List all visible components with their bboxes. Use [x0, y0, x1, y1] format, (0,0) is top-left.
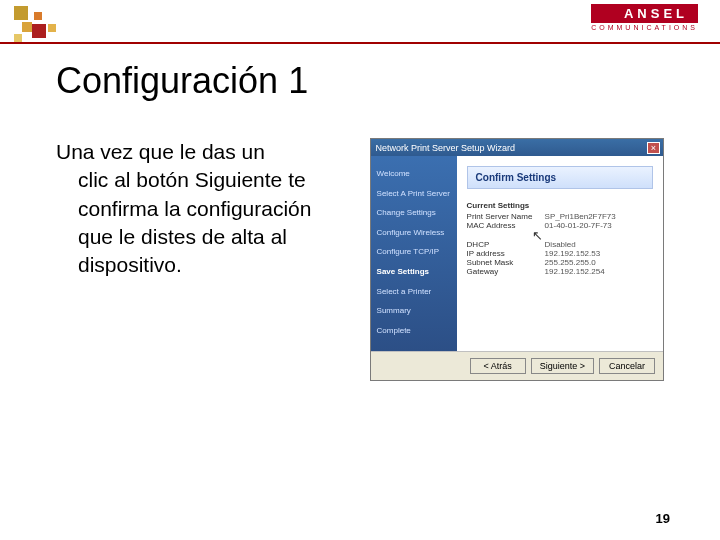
row-gateway: Gateway 192.192.152.254 [467, 267, 653, 276]
brand-logo: ANSEL COMMUNICATIONS [591, 4, 698, 31]
close-icon[interactable]: × [647, 142, 660, 154]
cancel-button[interactable]: Cancelar [599, 358, 655, 374]
row-ip: IP address 192.192.152.53 [467, 249, 653, 258]
body-text: Una vez que le das un clic al botón Sigu… [56, 138, 346, 381]
body-rest: clic al botón Siguiente te confirma la c… [56, 166, 346, 279]
page-number: 19 [656, 511, 670, 526]
slide-header: ANSEL COMMUNICATIONS [0, 0, 720, 44]
row-subnet: Subnet Mask 255.255.255.0 [467, 258, 653, 267]
wizard-title: Network Print Server Setup Wizard [376, 143, 516, 153]
step-change-settings[interactable]: Change Settings [375, 203, 453, 223]
step-configure-tcpip[interactable]: Configure TCP/IP [375, 242, 453, 262]
page-title: Configuración 1 [56, 60, 664, 102]
step-complete[interactable]: Complete [375, 321, 453, 341]
back-button[interactable]: < Atrás [470, 358, 526, 374]
brand-name: ANSEL [591, 4, 698, 23]
step-select-print-server[interactable]: Select A Print Server [375, 184, 453, 204]
wizard-buttons: < Atrás Siguiente > Cancelar [371, 351, 663, 380]
panel-heading: Confirm Settings [467, 166, 653, 189]
row-mac-address: MAC Address 01-40-01-20-7F-73 [467, 221, 653, 230]
next-button[interactable]: Siguiente > [531, 358, 594, 374]
step-save-settings[interactable]: Save Settings [375, 262, 453, 282]
step-summary[interactable]: Summary [375, 301, 453, 321]
wizard-dialog: Network Print Server Setup Wizard × Welc… [370, 138, 664, 381]
step-configure-wireless[interactable]: Configure Wireless [375, 223, 453, 243]
row-dhcp: DHCP Disabled [467, 240, 653, 249]
wizard-sidebar: Welcome Select A Print Server Change Set… [371, 156, 457, 351]
wizard-titlebar[interactable]: Network Print Server Setup Wizard × [371, 139, 663, 156]
body-line1: Una vez que le das un [56, 140, 265, 163]
current-settings-label: Current Settings [467, 201, 653, 210]
row-print-server-name: Print Server Name SP_Pri1Ben2F7F73 [467, 212, 653, 221]
brand-tagline: COMMUNICATIONS [591, 24, 698, 31]
step-select-printer[interactable]: Select a Printer [375, 282, 453, 302]
wizard-main: Confirm Settings Current Settings Print … [457, 156, 663, 351]
step-welcome[interactable]: Welcome [375, 164, 453, 184]
